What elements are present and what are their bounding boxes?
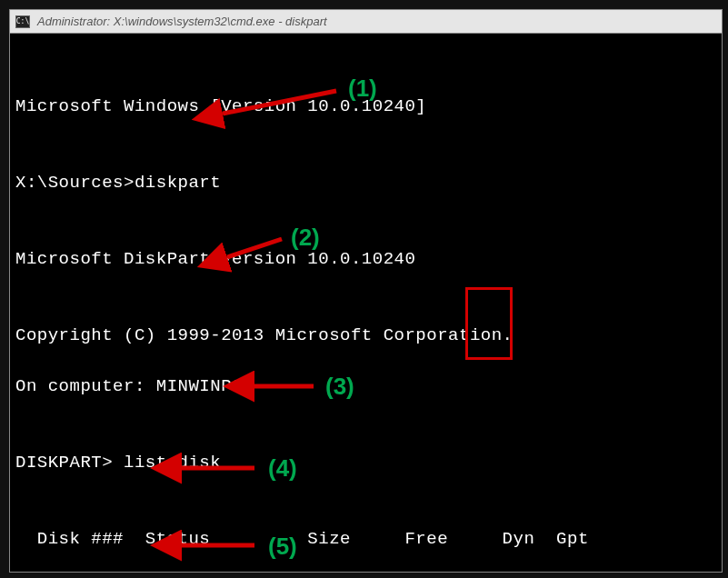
- window-titlebar[interactable]: C:\ Administrator: X:\windows\system32\c…: [10, 10, 722, 34]
- typed-command: diskpart: [135, 173, 221, 193]
- screenshot-frame: C:\ Administrator: X:\windows\system32\c…: [0, 0, 728, 578]
- terminal-body[interactable]: Microsoft Windows [Version 10.0.10240] X…: [10, 34, 722, 572]
- typed-command: list disk: [124, 453, 221, 473]
- output-line: Microsoft DiskPart version 10.0.10240: [15, 246, 716, 272]
- prompt-line: X:\Sources>diskpart: [15, 170, 716, 195]
- prompt-line: DISKPART> list disk: [15, 450, 716, 475]
- output-line: On computer: MINWINPC: [15, 374, 716, 399]
- window-title: Administrator: X:\windows\system32\cmd.e…: [37, 15, 327, 28]
- diskpart-prompt: DISKPART>: [15, 453, 124, 473]
- cmd-icon: C:\: [15, 15, 30, 28]
- prompt: X:\Sources>: [15, 173, 135, 193]
- output-line: Copyright (C) 1999-2013 Microsoft Corpor…: [15, 323, 716, 348]
- cmd-window: C:\ Administrator: X:\windows\system32\c…: [9, 9, 723, 573]
- output-line: Microsoft Windows [Version 10.0.10240]: [15, 94, 716, 119]
- table-header: Disk ### Status Size Free Dyn Gpt: [15, 526, 716, 552]
